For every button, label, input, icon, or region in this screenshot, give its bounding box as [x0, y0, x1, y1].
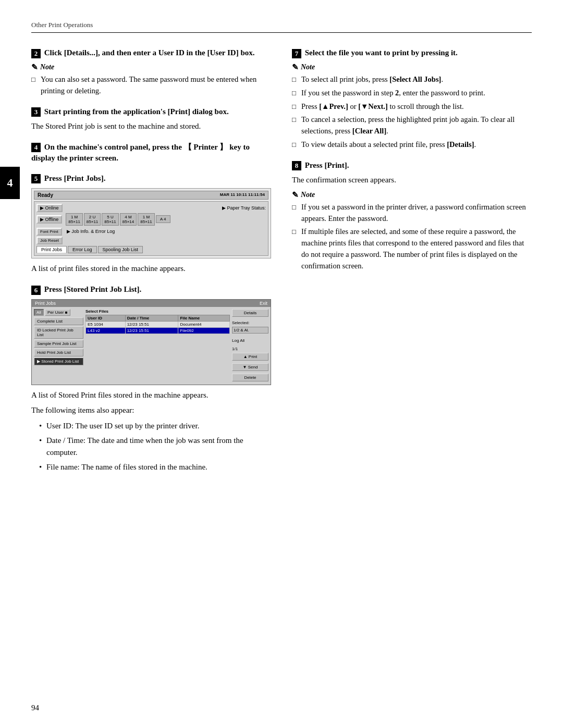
col-file-name: File Name	[178, 315, 230, 322]
step-2-note: Note You can also set a password. The sa…	[31, 63, 271, 97]
breadcrumb: Other Print Operations	[31, 21, 532, 33]
pj-stored-list[interactable]: ▶ Stored Print Job List	[34, 357, 83, 365]
step-3-heading: 3 Start printing from the application's …	[31, 106, 271, 117]
step-6-number: 6	[31, 286, 41, 295]
bullet-date-time: Date / Time: The date and time when the …	[39, 435, 271, 458]
cell-filename: Document4	[178, 322, 230, 328]
page-number: 94	[31, 704, 39, 712]
step-4-heading: 4 On the machine's control panel, press …	[31, 142, 271, 164]
pj-hold-list[interactable]: Hold Print Job List	[34, 349, 83, 356]
step-6-heading: 6 Press [Stored Print Job List].	[31, 284, 271, 295]
step-7-heading: 7 Select the file you want to print by p…	[292, 47, 532, 58]
note-8-item-1: If you set a password in the printer dri…	[292, 202, 532, 225]
step-2-heading: 2 Click [Details...], and then enter a U…	[31, 47, 271, 58]
step-7-number: 7	[292, 49, 301, 58]
step-8-body-text: The confirmation screen appears.	[292, 176, 396, 184]
pj-per-user-btn[interactable]: Per User ■	[45, 309, 70, 316]
step-5-number: 5	[31, 174, 41, 183]
pj-sample-list[interactable]: Sample Print Job List	[34, 340, 83, 348]
step-6-caption1: A list of Stored Print files stored in t…	[31, 389, 271, 401]
step-8-heading-text: Press [Print].	[305, 161, 349, 169]
step-5-heading: 5 Press [Print Jobs].	[31, 173, 271, 184]
step-6-bullets: User ID: The user ID set up by the print…	[31, 420, 271, 473]
step-8-heading: 8 Press [Print].	[292, 160, 532, 171]
note-8-title: Note	[292, 190, 532, 200]
step-2-number: 2	[31, 49, 41, 58]
pj-exit[interactable]: Exit	[260, 301, 267, 306]
offline-button[interactable]: ▶ Offline	[36, 215, 62, 224]
note-8-item-2: If multiple files are selected, and some…	[292, 226, 532, 272]
cell-user-id: L43 v2	[86, 328, 126, 334]
step-5-caption: A list of print files stored in the mach…	[31, 263, 271, 275]
print-jobs-screenshot: Print Jobs Exit All Per User ■ Complete …	[31, 299, 271, 385]
tab-print-jobs[interactable]: Print Jobs	[36, 246, 67, 253]
step-3-body: The Stored Print job is sent to the mach…	[31, 120, 271, 132]
page-number-text: 94	[31, 704, 39, 712]
step-5-heading-text: Press [Print Jobs].	[44, 174, 106, 182]
tab-error-log[interactable]: Error Log	[68, 246, 97, 253]
step-3-number: 3	[31, 107, 41, 117]
pj-left-panel: All Per User ■ Complete List ID Locked P…	[34, 309, 83, 382]
pj-send-button[interactable]: ▼ Send	[232, 363, 268, 371]
note-7-item-5: To view details about a selected print f…	[292, 139, 532, 151]
table-row[interactable]: L43 v2 12/23 15:51 File092	[86, 328, 230, 334]
pj-delete-button[interactable]: Delete	[232, 374, 268, 381]
pj-center-panel: Select Files User ID Date / Time File Na…	[85, 309, 230, 382]
chapter-marker: 4	[0, 167, 20, 199]
note-7-title: Note	[292, 63, 532, 72]
cell-date: 12/23 15:51	[125, 322, 178, 328]
pj-details-button[interactable]: Details	[232, 309, 268, 317]
step-5: 5 Press [Print Jobs]. Ready MAR 11 10:11…	[31, 173, 271, 275]
bullet-date-time-text: Date / Time: The date and time when the …	[46, 436, 243, 456]
step-3-body-text: The Stored Print job is sent to the mach…	[31, 122, 201, 130]
pj-complete-list[interactable]: Complete List	[34, 317, 83, 325]
step-6-caption2: The following items also appear:	[31, 404, 271, 416]
cell-date: 12/23 15:51	[125, 328, 178, 334]
step-8: 8 Press [Print]. The confirmation screen…	[292, 160, 532, 272]
col-user-id: User ID	[86, 315, 126, 322]
step-7: 7 Select the file you want to print by p…	[292, 47, 532, 151]
step-8-note: Note If you set a password in the printe…	[292, 190, 532, 272]
bullet-user-id: User ID: The user ID set up by the print…	[39, 420, 271, 432]
col-date-time: Date / Time	[125, 315, 178, 322]
step-4: 4 On the machine's control panel, press …	[31, 142, 271, 164]
tab-spooling-job-list[interactable]: Spooling Job List	[98, 246, 143, 253]
step-2: 2 Click [Details...], and then enter a U…	[31, 47, 271, 97]
pj-header-bar: Print Jobs Exit	[32, 300, 271, 307]
note-7-item-1: To select all print jobs, press [Select …	[292, 74, 532, 85]
font-print-button[interactable]: Font Print	[36, 228, 62, 236]
bullet-user-id-text: User ID: The user ID set up by the print…	[46, 422, 199, 430]
cell-user-id: E5 1034	[86, 322, 126, 328]
bullet-filename: File name: The name of files stored in t…	[39, 461, 271, 473]
note-7-item-2: If you set the password in step 2, enter…	[292, 88, 532, 99]
note-8-title-text: Note	[301, 191, 315, 199]
step-6: 6 Press [Stored Print Job List]. Print J…	[31, 284, 271, 473]
note-7-title-text: Note	[301, 63, 315, 71]
note-7-item-3: Press [▲Prev.] or [▼Next.] to scroll thr…	[292, 101, 532, 113]
note-2-item-1-text: You can also set a password. The same pa…	[41, 75, 256, 95]
cell-filename: File092	[178, 328, 230, 334]
step-6-caption1-text: A list of Stored Print files stored in t…	[31, 391, 209, 399]
step-3: 3 Start printing from the application's …	[31, 106, 271, 132]
step-5-screenshot: Ready MAR 11 10:11 11:11:54 ▶ Online ▶ P…	[31, 188, 271, 258]
pj-all-btn[interactable]: All	[34, 309, 44, 316]
note-2-item-1: You can also set a password. The same pa…	[31, 74, 271, 97]
step-8-body: The confirmation screen appears.	[292, 174, 532, 186]
pj-id-locked-list[interactable]: ID Locked Print Job List	[34, 326, 83, 339]
chapter-number: 4	[7, 176, 13, 189]
left-column: 2 Click [Details...], and then enter a U…	[31, 47, 271, 483]
step-7-heading-text: Select the file you want to print by pre…	[305, 48, 458, 57]
note-2-title-text: Note	[40, 63, 54, 71]
step-3-heading-text: Start printing from the application's [P…	[44, 107, 229, 116]
step-4-heading-text: On the machine's control panel, press th…	[31, 143, 250, 162]
online-button[interactable]: ▶ Online	[36, 204, 63, 212]
note-2-title: Note	[31, 63, 271, 72]
bullet-filename-text: File name: The name of files stored in t…	[46, 463, 207, 471]
pj-print-button[interactable]: ▲ Print	[232, 353, 268, 361]
step-2-heading-text: Click [Details...], and then enter a Use…	[44, 48, 255, 57]
pj-title: Print Jobs	[35, 301, 56, 306]
job-reset-button[interactable]: Job Reset	[36, 237, 63, 244]
table-row[interactable]: E5 1034 12/23 15:51 Document4	[86, 322, 230, 328]
step-6-caption2-text: The following items also appear:	[31, 406, 134, 414]
step-8-number: 8	[292, 161, 301, 170]
